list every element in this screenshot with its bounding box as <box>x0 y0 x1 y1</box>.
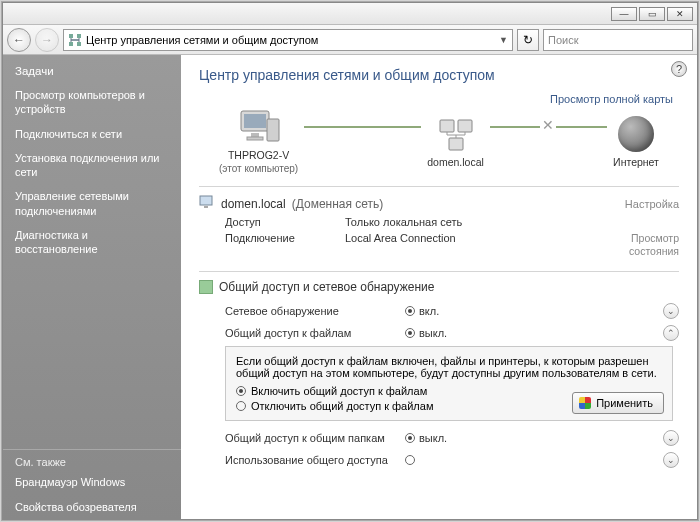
connection-row: Подключение Local Area Connection Просмо… <box>199 228 679 257</box>
connection-value: Local Area Connection <box>345 232 589 257</box>
sharing-icon <box>199 280 213 294</box>
network-icon <box>433 114 479 154</box>
window: — ▭ ✕ ← → Центр управления сетями и общи… <box>2 2 698 520</box>
access-label: Доступ <box>225 216 345 228</box>
page-title: Центр управления сетями и общим доступом <box>199 67 679 83</box>
svg-rect-9 <box>440 120 454 132</box>
node-name: domen.local <box>427 156 484 168</box>
full-map-link[interactable]: Просмотр полной карты <box>199 93 679 105</box>
content: ? Центр управления сетями и общим доступ… <box>181 55 697 519</box>
radio-icon <box>236 386 246 396</box>
network-config-link[interactable]: Настройка <box>625 198 679 210</box>
navbar: ← → Центр управления сетями и общим дост… <box>3 25 697 55</box>
globe-icon <box>613 114 659 154</box>
close-button[interactable]: ✕ <box>667 7 693 21</box>
view-status-link[interactable]: Просмотр состояния <box>589 232 679 257</box>
row-sharing-usage: Использование общего доступа ⌄ <box>199 449 679 471</box>
sidebar: Задачи Просмотр компьютеров и устройств … <box>3 55 181 519</box>
computer-icon <box>236 107 282 147</box>
svg-rect-2 <box>69 42 73 46</box>
svg-rect-8 <box>267 119 279 141</box>
sharing-heading-row: Общий доступ и сетевое обнаружение <box>199 280 679 294</box>
connection-broken <box>490 126 607 128</box>
refresh-button[interactable]: ↻ <box>517 29 539 51</box>
apply-label: Применить <box>596 397 653 409</box>
sharing-section: Общий доступ и сетевое обнаружение Сетев… <box>199 271 679 471</box>
shield-icon <box>579 397 591 409</box>
network-map: THPROG2-V (этот компьютер) domen.local И… <box>199 107 679 182</box>
network-center-icon <box>68 33 82 47</box>
node-this-pc[interactable]: THPROG2-V (этот компьютер) <box>219 107 298 174</box>
task-manage-connections[interactable]: Управление сетевыми подключениями <box>3 184 181 223</box>
titlebar: — ▭ ✕ <box>3 3 697 25</box>
row-file-sharing: Общий доступ к файлам выкл. ⌃ <box>199 322 679 344</box>
maximize-button[interactable]: ▭ <box>639 7 665 21</box>
svg-rect-6 <box>251 133 259 137</box>
discovery-value: вкл. <box>419 305 439 317</box>
node-internet[interactable]: Интернет <box>613 114 659 168</box>
connection-label: Подключение <box>225 232 345 257</box>
task-view-computers[interactable]: Просмотр компьютеров и устройств <box>3 83 181 122</box>
svg-rect-11 <box>449 138 463 150</box>
address-bar[interactable]: Центр управления сетями и общим доступом… <box>63 29 513 51</box>
arrow-right-icon: → <box>41 33 53 47</box>
network-name-row: domen.local (Доменная сеть) Настройка <box>199 195 679 212</box>
search-placeholder: Поиск <box>548 34 578 46</box>
svg-rect-3 <box>77 42 81 46</box>
network-name: domen.local <box>221 197 286 211</box>
svg-rect-5 <box>244 114 266 128</box>
file-sharing-label: Общий доступ к файлам <box>225 327 405 339</box>
node-name: Интернет <box>613 156 659 168</box>
radio-on-icon <box>405 306 415 316</box>
access-row: Доступ Только локальная сеть <box>199 212 679 228</box>
sharing-usage-label: Использование общего доступа <box>225 454 405 466</box>
radio-icon <box>405 433 415 443</box>
task-connect-network[interactable]: Подключиться к сети <box>3 122 181 146</box>
svg-rect-1 <box>77 34 81 38</box>
expand-button[interactable]: ⌄ <box>663 430 679 446</box>
node-sub: (этот компьютер) <box>219 163 298 174</box>
connection-line <box>304 126 421 128</box>
seealso-firewall[interactable]: Брандмауэр Windows <box>3 470 181 494</box>
arrow-left-icon: ← <box>13 33 25 47</box>
access-value: Только локальная сеть <box>345 216 679 228</box>
chevron-down-icon[interactable]: ▼ <box>499 35 508 45</box>
expand-button[interactable]: ⌄ <box>663 452 679 468</box>
network-section: domen.local (Доменная сеть) Настройка До… <box>199 186 679 261</box>
minimize-button[interactable]: — <box>611 7 637 21</box>
apply-button[interactable]: Применить <box>572 392 664 414</box>
network-type: (Доменная сеть) <box>292 197 384 211</box>
collapse-button[interactable]: ⌃ <box>663 325 679 341</box>
svg-rect-10 <box>458 120 472 132</box>
seealso-browser-props[interactable]: Свойства обозревателя <box>3 495 181 519</box>
task-diagnose[interactable]: Диагностика и восстановление <box>3 223 181 262</box>
radio-icon <box>236 401 246 411</box>
svg-rect-7 <box>247 137 263 140</box>
radio-icon <box>405 328 415 338</box>
forward-button[interactable]: → <box>35 28 59 52</box>
svg-rect-0 <box>69 34 73 38</box>
file-sharing-value: выкл. <box>419 327 447 339</box>
file-sharing-desc: Если общий доступ к файлам включен, файл… <box>236 355 662 379</box>
tasks-heading: Задачи <box>3 55 181 83</box>
task-setup-connection[interactable]: Установка подключения или сети <box>3 146 181 185</box>
file-sharing-panel: Если общий доступ к файлам включен, файл… <box>225 346 673 421</box>
network-small-icon <box>199 195 215 212</box>
public-folder-value: выкл. <box>419 432 447 444</box>
address-text: Центр управления сетями и общим доступом <box>86 34 318 46</box>
discovery-label: Сетевое обнаружение <box>225 305 405 317</box>
help-button[interactable]: ? <box>671 61 687 77</box>
seealso-heading: См. также <box>3 449 181 470</box>
help-icon: ? <box>676 63 682 75</box>
radio-icon <box>405 455 415 465</box>
refresh-icon: ↻ <box>523 33 533 47</box>
expand-button[interactable]: ⌄ <box>663 303 679 319</box>
row-public-folder: Общий доступ к общим папкам выкл. ⌄ <box>199 427 679 449</box>
row-discovery: Сетевое обнаружение вкл. ⌄ <box>199 300 679 322</box>
back-button[interactable]: ← <box>7 28 31 52</box>
search-input[interactable]: Поиск <box>543 29 693 51</box>
svg-rect-13 <box>204 206 208 208</box>
public-folder-label: Общий доступ к общим папкам <box>225 432 405 444</box>
node-domain[interactable]: domen.local <box>427 114 484 168</box>
node-name: THPROG2-V <box>228 149 289 161</box>
